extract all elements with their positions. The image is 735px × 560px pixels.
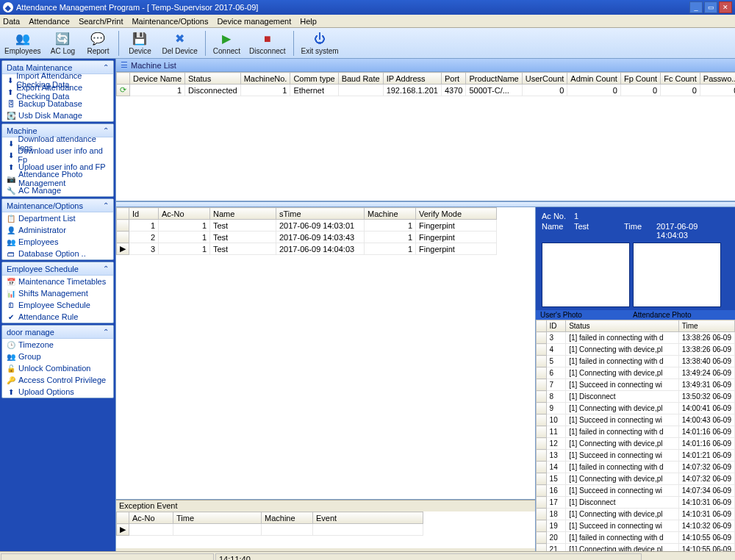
sidebar-item-employees[interactable]: 👥Employees [2, 236, 113, 248]
column-header[interactable]: Machine [262, 512, 313, 524]
sidebar-item-timezone[interactable]: 🕒Timezone [2, 339, 113, 351]
table-row[interactable]: 21[1] Connecting with device,pl14:10:55 … [537, 544, 735, 552]
menu-device-management[interactable]: Device management [217, 17, 291, 26]
column-header[interactable]: Time [173, 512, 262, 524]
table-row[interactable]: 3[1] failed in connecting with d13:38:26… [537, 332, 735, 344]
sidebar-item-access-control-privilege[interactable]: 🔑Access Control Privilege [2, 374, 113, 386]
toolbar-ac-log-button[interactable]: 🔄AC Log [45, 29, 80, 58]
table-row[interactable]: 16[1] Succeed in connecting wi14:07:34 0… [537, 485, 735, 497]
close-button[interactable]: ✕ [719, 1, 732, 13]
table-row[interactable]: 10[1] Succeed in connecting wi14:00:43 0… [537, 414, 735, 426]
sidebar-item-unlock-combination[interactable]: 🔓Unlock Combination [2, 362, 113, 374]
status-grid[interactable]: IDStatusTime3[1] failed in connecting wi… [536, 320, 735, 551]
sidebar-item-export-attendance-checking-data[interactable]: ⬆Export Attendance Checking Data [2, 86, 113, 98]
exception-grid[interactable]: Ac-NoTimeMachineEvent▶ [116, 511, 535, 548]
column-header[interactable]: Comm type [290, 73, 338, 85]
table-row[interactable]: 12[1] Connecting with device,pl14:01:16 … [537, 438, 735, 450]
sidebar-header[interactable]: Employee Schedule⌃ [2, 262, 113, 276]
table-row[interactable]: ⟳1Disconnected1Ethernet192.168.1.2014370… [117, 85, 736, 96]
column-header[interactable]: Event [313, 512, 423, 524]
column-header[interactable]: Ac-No [129, 512, 173, 524]
column-header[interactable]: Fc Count [661, 73, 700, 85]
column-header[interactable]: Time [678, 320, 734, 332]
item-icon: 📷 [7, 174, 15, 183]
sidebar-item-upload-options[interactable]: ⬆Upload Options [2, 386, 113, 398]
row-header [537, 332, 547, 344]
column-header[interactable]: Admin Count [567, 73, 621, 85]
table-row[interactable]: 5[1] failed in connecting with d13:38:40… [537, 356, 735, 367]
table-row[interactable]: 15[1] Connecting with device,pl14:07:32 … [537, 473, 735, 485]
toolbar-connect-button[interactable]: ▶Connect [209, 29, 245, 58]
sidebar-item-attendance-photo-management[interactable]: 📷Attendance Photo Management [2, 173, 113, 184]
item-icon: ⬇ [7, 151, 15, 159]
column-header[interactable]: Id [129, 208, 159, 220]
maximize-button[interactable]: ▭ [704, 1, 717, 13]
sidebar-header[interactable]: door manage⌃ [2, 326, 113, 339]
menu-maintenance-options[interactable]: Maintenance/Options [132, 17, 208, 26]
horizontal-splitter[interactable] [116, 201, 735, 207]
sidebar-item-attendance-rule[interactable]: ✔Attendance Rule [2, 311, 113, 323]
cell: 0 [522, 85, 567, 96]
column-header[interactable]: ProductName [466, 73, 522, 85]
table-row[interactable]: 18[1] Connecting with device,pl14:10:31 … [537, 509, 735, 520]
sidebar-item-download-user-info-and-fp[interactable]: ⬇Download user info and Fp [2, 149, 113, 161]
column-header[interactable]: Device Name [130, 73, 185, 85]
toolbar-disconnect-button[interactable]: ■Disconnect [245, 29, 290, 58]
column-header[interactable]: Verify Mode [416, 208, 497, 220]
log-grid[interactable]: IdAc-NoNamesTimeMachineVerify Mode11Test… [116, 207, 535, 500]
sidebar-item-department-list[interactable]: 📋Department List [2, 212, 113, 224]
column-header[interactable]: ID [546, 320, 566, 332]
toolbar-report-button[interactable]: 💬Report [80, 29, 115, 58]
table-row[interactable]: ▶ [117, 524, 423, 536]
column-header[interactable]: Baud Rate [338, 73, 383, 85]
menu-data[interactable]: Data [3, 17, 20, 26]
column-header[interactable]: Fp Count [620, 73, 660, 85]
toolbar-exit-system-button[interactable]: ⏻Exit system [297, 29, 343, 58]
menu-attendance[interactable]: Attendance [29, 17, 70, 26]
sidebar-item-employee-schedule[interactable]: 🗓Employee Schedule [2, 299, 113, 311]
toolbar-device-button[interactable]: 💾Device [122, 29, 157, 58]
column-header[interactable]: Passwo... [700, 73, 735, 85]
table-row[interactable]: 6[1] Connecting with device,pl13:49:24 0… [537, 367, 735, 379]
table-row[interactable]: 7[1] Succeed in connecting wi13:49:31 06… [537, 379, 735, 391]
column-header[interactable]: sTime [276, 208, 365, 220]
machine-grid[interactable]: Device NameStatusMachineNo.Comm typeBaud… [116, 72, 735, 201]
sidebar-item-database-option-[interactable]: 🗃Database Option .. [2, 248, 113, 259]
table-row[interactable]: 8[1] Disconnect13:50:32 06-09 [537, 391, 735, 403]
sidebar-item-usb-disk-manage[interactable]: 💽Usb Disk Manage [2, 110, 113, 121]
column-header[interactable]: Machine [365, 208, 416, 220]
table-row[interactable]: 13[1] Succeed in connecting wi14:01:21 0… [537, 450, 735, 462]
time-label: Time [624, 222, 650, 240]
column-header[interactable]: IP Address [383, 73, 441, 85]
sidebar-item-administrator[interactable]: 👤Administrator [2, 224, 113, 236]
table-row[interactable]: 14[1] failed in connecting with d14:07:3… [537, 462, 735, 473]
table-row[interactable]: 11Test2017-06-09 14:03:011Fingerpint [117, 220, 497, 231]
table-row[interactable]: 4[1] Connecting with device,pl13:38:26 0… [537, 344, 735, 356]
toolbar-del-device-button[interactable]: ✖Del Device [157, 29, 201, 58]
sidebar-item-group[interactable]: 👥Group [2, 351, 113, 362]
table-row[interactable]: 9[1] Connecting with device,pl14:00:41 0… [537, 403, 735, 414]
cell: 14:00:43 06-09 [678, 414, 734, 426]
toolbar-label: Disconnect [249, 47, 285, 55]
table-row[interactable]: 11[1] failed in connecting with d14:01:1… [537, 426, 735, 438]
sidebar-item-shifts-management[interactable]: 📊Shifts Management [2, 287, 113, 299]
sidebar-item-maintenance-timetables[interactable]: 📅Maintenance Timetables [2, 276, 113, 287]
column-header[interactable]: Name [210, 208, 276, 220]
table-row[interactable]: 19[1] Succeed in connecting wi14:10:32 0… [537, 520, 735, 532]
table-row[interactable]: 20[1] failed in connecting with d14:10:5… [537, 532, 735, 544]
toolbar-employees-button[interactable]: 👥Employees [0, 29, 45, 58]
minimize-button[interactable]: _ [689, 1, 703, 13]
column-header[interactable]: Port [441, 73, 465, 85]
column-header[interactable]: Status [185, 73, 241, 85]
menu-search-print[interactable]: Search/Print [79, 17, 123, 26]
column-header[interactable]: MachineNo. [240, 73, 290, 85]
table-row[interactable]: 17[1] Disconnect14:10:31 06-09 [537, 497, 735, 509]
sidebar-header[interactable]: Maintenance/Options⌃ [2, 199, 113, 212]
menu-help[interactable]: Help [300, 17, 317, 26]
column-header[interactable]: Ac-No [159, 208, 210, 220]
table-row[interactable]: ▶31Test2017-06-09 14:04:031Fingerpint [117, 243, 497, 255]
table-row[interactable]: 21Test2017-06-09 14:03:431Fingerpint [117, 231, 497, 243]
cell: 19 [546, 520, 566, 532]
column-header[interactable]: UserCount [522, 73, 567, 85]
column-header[interactable]: Status [566, 320, 679, 332]
